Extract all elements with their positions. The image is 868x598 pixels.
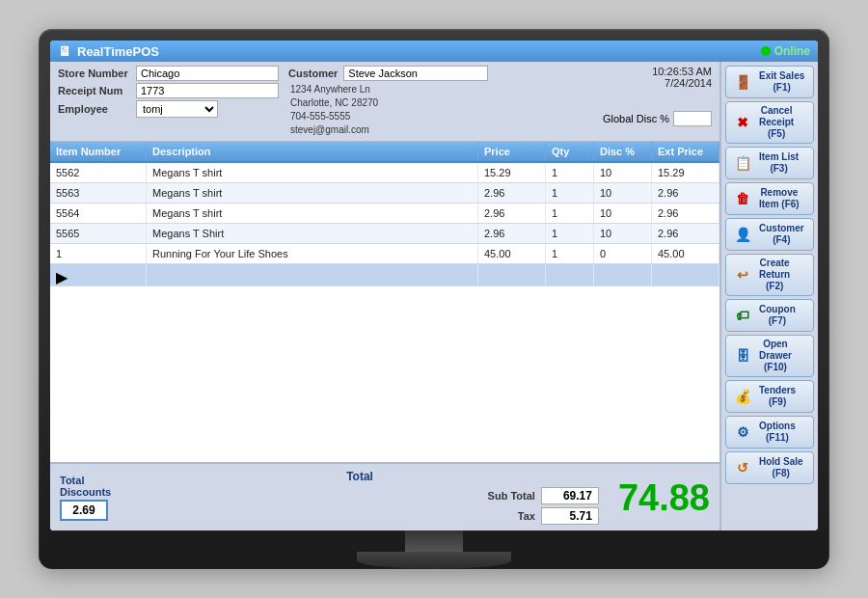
item-ext: 15.29 <box>652 163 719 182</box>
time-display: 10:26:53 AM <box>652 66 712 77</box>
item-desc: Megans T Shirt <box>147 224 478 243</box>
subtotal-value: 69.17 <box>541 487 599 504</box>
create-return-button[interactable]: ↩ CreateReturn(F2) <box>725 254 814 296</box>
item-qty: 1 <box>546 204 594 223</box>
options-icon: ⚙ <box>731 421 754 444</box>
items-table: Item Number Description Price Qty Disc %… <box>50 142 719 462</box>
discounts-value: 2.69 <box>60 500 108 521</box>
item-qty: 1 <box>546 224 594 243</box>
remove-item-label: RemoveItem (F6) <box>759 187 800 210</box>
subtax-rows: Sub Total 69.17 Tax 5.71 <box>121 487 599 525</box>
item-number: 5565 <box>50 224 147 243</box>
empty-disc <box>594 264 652 285</box>
pos-header: Store Number Receipt Num Employee tomj <box>50 62 719 142</box>
employee-select[interactable]: tomj <box>136 100 218 118</box>
coupon-label: Coupon(F7) <box>759 304 796 327</box>
monitor-stand-neck <box>405 530 463 552</box>
main-area: Store Number Receipt Num Employee tomj <box>50 62 818 530</box>
item-disc: 0 <box>594 244 652 263</box>
item-price: 2.96 <box>478 204 546 223</box>
table-row[interactable]: 5565 Megans T Shirt 2.96 1 10 2.96 <box>50 224 719 244</box>
date-display: 7/24/2014 <box>665 77 712 89</box>
create-return-label: CreateReturn(F2) <box>759 258 790 292</box>
monitor-shell: 🖥 RealTimePOS Online Store Number <box>39 29 829 569</box>
cancel-receipt-label: CancelReceipt(F5) <box>759 105 794 140</box>
app-title: RealTimePOS <box>77 44 159 59</box>
coupon-icon: 🏷 <box>731 304 754 327</box>
item-list-label: Item List(F3) <box>759 151 799 175</box>
item-list-icon: 📋 <box>731 151 754 175</box>
exit-sales-label: Exit Sales(F1) <box>759 70 804 94</box>
table-row[interactable]: 5563 Megans T shirt 2.96 1 10 2.96 <box>50 183 719 204</box>
datetime-global: 10:26:53 AM 7/24/2014 Global Disc % <box>603 66 712 137</box>
item-qty: 1 <box>546 244 594 263</box>
empty-desc <box>147 264 478 285</box>
table-row[interactable]: 5564 Megans T shirt 2.96 1 10 2.96 <box>50 204 719 224</box>
empty-qty <box>546 264 594 285</box>
col-description: Description <box>147 142 478 161</box>
global-disc-input[interactable] <box>673 111 712 126</box>
phone: 704-555-5555 <box>290 111 350 122</box>
pos-panel: Store Number Receipt Num Employee tomj <box>50 62 721 530</box>
title-bar: 🖥 RealTimePOS Online <box>50 41 818 62</box>
col-item-number: Item Number <box>50 142 147 161</box>
customer-label: Customer <box>288 68 338 79</box>
customer-name-row: Customer <box>288 66 593 81</box>
open-drawer-button[interactable]: 🗄 OpenDrawer(F10) <box>725 335 814 377</box>
tenders-icon: 💰 <box>731 385 754 408</box>
options-label: Options(F11) <box>759 421 796 444</box>
customer-address: 1234 Anywhere Ln Charlotte, NC 28270 704… <box>288 83 593 137</box>
item-price: 15.29 <box>478 163 546 182</box>
item-number: 5564 <box>50 204 147 223</box>
address2: Charlotte, NC 28270 <box>290 97 378 108</box>
customer-label: Customer(F4) <box>759 223 804 246</box>
table-body: 5562 Megans T shirt 15.29 1 10 15.29 556… <box>50 163 719 462</box>
item-qty: 1 <box>546 183 594 203</box>
item-desc: Running For Your Life Shoes <box>147 244 478 263</box>
tenders-button[interactable]: 💰 Tenders(F9) <box>725 380 814 413</box>
table-row[interactable]: 5562 Megans T shirt 15.29 1 10 15.29 <box>50 163 719 183</box>
item-price: 2.96 <box>478 183 546 203</box>
hold-sale-button[interactable]: ↺ Hold Sale(F8) <box>725 451 814 484</box>
discounts-label: TotalDiscounts <box>60 475 111 498</box>
employee-row: Employee tomj <box>58 100 279 118</box>
item-ext: 45.00 <box>652 244 719 263</box>
hold-sale-label: Hold Sale(F8) <box>759 456 803 479</box>
receipt-num-input[interactable] <box>136 83 279 98</box>
tax-row: Tax 5.71 <box>121 507 599 525</box>
discounts-section: TotalDiscounts 2.69 <box>60 475 111 521</box>
customer-button[interactable]: 👤 Customer(F4) <box>725 218 814 251</box>
hold-sale-icon: ↺ <box>731 456 754 479</box>
item-ext: 2.96 <box>652 224 719 243</box>
monitor-stand-base <box>357 552 511 569</box>
sidebar-buttons: 🚪 Exit Sales(F1) ✖ CancelReceipt(F5) 📋 I… <box>721 62 818 530</box>
cancel-receipt-button[interactable]: ✖ CancelReceipt(F5) <box>725 101 814 144</box>
online-indicator <box>761 46 771 56</box>
item-desc: Megans T shirt <box>147 204 478 223</box>
item-ext: 2.96 <box>652 204 719 223</box>
remove-item-button[interactable]: 🗑 RemoveItem (F6) <box>725 182 814 215</box>
store-number-label: Store Number <box>58 68 130 79</box>
coupon-button[interactable]: 🏷 Coupon(F7) <box>725 299 814 332</box>
customer-icon: 👤 <box>731 223 754 246</box>
store-number-input[interactable] <box>136 66 279 81</box>
item-disc: 10 <box>594 224 652 243</box>
options-button[interactable]: ⚙ Options(F11) <box>725 416 814 448</box>
title-bar-left: 🖥 RealTimePOS <box>58 43 159 59</box>
tax-value: 5.71 <box>541 507 599 525</box>
item-list-button[interactable]: 📋 Item List(F3) <box>725 147 814 179</box>
pos-icon: 🖥 <box>58 43 71 59</box>
item-desc: Megans T shirt <box>147 163 478 182</box>
subtotal-label: Sub Total <box>482 490 535 502</box>
exit-sales-button[interactable]: 🚪 Exit Sales(F1) <box>725 66 814 98</box>
item-price: 45.00 <box>478 244 546 263</box>
item-price: 2.96 <box>478 224 546 243</box>
customer-name-input[interactable] <box>343 66 488 81</box>
global-disc-label: Global Disc % <box>603 113 669 124</box>
open-drawer-icon: 🗄 <box>731 344 754 367</box>
selected-row[interactable]: ▶ <box>50 264 719 286</box>
table-row[interactable]: 1 Running For Your Life Shoes 45.00 1 0 … <box>50 244 719 264</box>
empty-price <box>478 264 546 285</box>
datetime-display: 10:26:53 AM 7/24/2014 <box>652 66 712 89</box>
item-number: 1 <box>50 244 147 263</box>
